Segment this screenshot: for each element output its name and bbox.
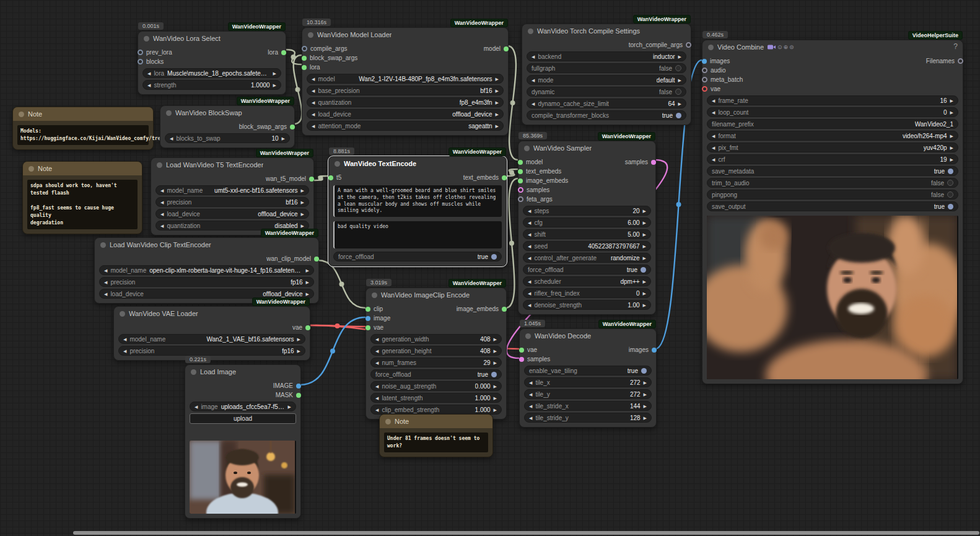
decrement-arrow-icon[interactable]: ◀ — [529, 380, 532, 385]
increment-arrow-icon[interactable]: ▶ — [644, 380, 647, 385]
collapse-dot[interactable] — [120, 311, 125, 317]
filename_prefix-widget[interactable]: filename_prefixWanVideo2_1 — [707, 119, 958, 129]
decrement-arrow-icon[interactable]: ◀ — [195, 405, 198, 409]
blocks_to_swap-widget[interactable]: ◀blocks_to_swap10▶ — [165, 133, 290, 143]
load-wanvideo-t5-textencoder[interactable]: WanVideoWrapperLoad WanVideo T5 TextEnco… — [151, 157, 314, 235]
dynamo_cache_size_limit-widget[interactable]: ◀dynamo_cache_size_limit64▶ — [527, 99, 686, 108]
decrement-arrow-icon[interactable]: ◀ — [375, 361, 378, 365]
increment-arrow-icon[interactable]: ▶ — [643, 256, 646, 260]
negative-prompt-textarea[interactable]: bad quality video — [333, 221, 502, 248]
noise_aug_strength-widget[interactable]: ◀noise_aug_strength0.000▶ — [370, 381, 502, 391]
decrement-arrow-icon[interactable]: ◀ — [529, 416, 532, 420]
output-dot[interactable] — [651, 160, 656, 165]
precision-widget[interactable]: ◀precisionfp16▶ — [118, 346, 305, 356]
increment-arrow-icon[interactable]: ▶ — [297, 349, 300, 353]
increment-arrow-icon[interactable]: ▶ — [643, 244, 646, 248]
decrement-arrow-icon[interactable]: ◀ — [528, 256, 531, 260]
increment-arrow-icon[interactable]: ▶ — [288, 405, 291, 409]
increment-arrow-icon[interactable]: ▶ — [678, 102, 681, 106]
decrement-arrow-icon[interactable]: ◀ — [712, 146, 715, 150]
load_device-widget[interactable]: ◀load_deviceoffload_device▶ — [155, 209, 309, 219]
decrement-arrow-icon[interactable]: ◀ — [712, 157, 715, 162]
node-titlebar[interactable]: WanVideo Torch Compile Settings — [522, 24, 691, 38]
collapse-dot[interactable] — [335, 161, 340, 167]
output-dot[interactable] — [296, 384, 301, 389]
decrement-arrow-icon[interactable]: ◀ — [375, 384, 378, 389]
save_metadata-toggle[interactable]: save_metadatatrue — [707, 166, 958, 176]
seed-widget[interactable]: ◀seed405223873797667▶ — [523, 241, 651, 251]
decrement-arrow-icon[interactable]: ◀ — [104, 292, 107, 296]
decrement-arrow-icon[interactable]: ◀ — [528, 291, 531, 296]
attention_mode-widget[interactable]: ◀attention_modesageattn▶ — [307, 121, 504, 131]
force_offload-toggle[interactable]: force_offloadtrue — [370, 369, 502, 379]
increment-arrow-icon[interactable]: ▶ — [494, 337, 497, 341]
tile_stride_x-widget[interactable]: ◀tile_stride_x144▶ — [524, 401, 652, 411]
collapse-dot[interactable] — [708, 45, 714, 50]
link-midpoint-dot[interactable] — [295, 87, 300, 92]
precision-widget[interactable]: ◀precisionfp16▶ — [99, 277, 314, 287]
toggle-knob[interactable] — [641, 368, 647, 374]
input-dot[interactable] — [518, 160, 523, 165]
increment-arrow-icon[interactable]: ▶ — [496, 100, 499, 105]
increment-arrow-icon[interactable]: ▶ — [306, 280, 309, 284]
control_after_generate-widget[interactable]: ◀control_after_generaterandomize▶ — [523, 253, 651, 263]
clip_embed_strength-widget[interactable]: ◀clip_embed_strength1.000▶ — [370, 405, 502, 415]
decrement-arrow-icon[interactable]: ◀ — [712, 134, 715, 138]
output-dot[interactable] — [958, 58, 963, 64]
decrement-arrow-icon[interactable]: ◀ — [532, 55, 535, 59]
load-image[interactable]: 0.221sLoad ImageIMAGEMASK◀imageuploads_c… — [185, 364, 301, 519]
link-midpoint-dot[interactable] — [509, 170, 514, 175]
increment-arrow-icon[interactable]: ▶ — [950, 146, 953, 150]
toggle-knob[interactable] — [948, 169, 953, 174]
output-dot[interactable] — [314, 257, 319, 261]
wanvideo-torch-compile-settings[interactable]: WanVideoWrapperWanVideo Torch Compile Se… — [522, 24, 691, 125]
decrement-arrow-icon[interactable]: ◀ — [375, 337, 378, 341]
toggle-knob[interactable] — [675, 65, 681, 71]
input-dot[interactable] — [302, 56, 307, 61]
base_precision-widget[interactable]: ◀base_precisionbf16▶ — [307, 86, 504, 95]
increment-arrow-icon[interactable]: ▶ — [950, 134, 953, 138]
decrement-arrow-icon[interactable]: ◀ — [160, 212, 164, 216]
link-midpoint-dot[interactable] — [676, 202, 681, 207]
link-midpoint-dot[interactable] — [339, 282, 344, 287]
dynamic-toggle[interactable]: dynamicfalse — [527, 87, 686, 97]
decrement-arrow-icon[interactable]: ◀ — [160, 188, 164, 193]
increment-arrow-icon[interactable]: ▶ — [496, 112, 499, 116]
node-titlebar[interactable]: Video Combine ⊙ ⊕ ⊜? — [702, 40, 963, 54]
node-titlebar[interactable]: Load WanVideo Clip TextEncoder — [95, 238, 318, 252]
decrement-arrow-icon[interactable]: ◀ — [532, 78, 535, 82]
help-icon[interactable]: ? — [953, 42, 958, 51]
increment-arrow-icon[interactable]: ▶ — [306, 292, 309, 296]
wanvideo-model-loader[interactable]: 10.316sWanVideoWrapperWanVideo Model Loa… — [302, 27, 509, 136]
link-midpoint-dot[interactable] — [330, 349, 335, 354]
decrement-arrow-icon[interactable]: ◀ — [528, 303, 531, 307]
input-dot[interactable] — [328, 175, 333, 180]
increment-arrow-icon[interactable]: ▶ — [301, 224, 304, 228]
frame_rate-widget[interactable]: ◀frame_rate16▶ — [707, 95, 958, 105]
tile_x-widget[interactable]: ◀tile_x272▶ — [524, 377, 652, 387]
decrement-arrow-icon[interactable]: ◀ — [375, 349, 378, 353]
riflex_freq_index-widget[interactable]: ◀riflex_freq_index0▶ — [523, 288, 651, 298]
decrement-arrow-icon[interactable]: ◀ — [375, 396, 378, 400]
decrement-arrow-icon[interactable]: ◀ — [104, 280, 107, 284]
decrement-arrow-icon[interactable]: ◀ — [123, 337, 126, 341]
output-dot[interactable] — [502, 307, 507, 312]
note-frames[interactable]: NoteUnder 81 frames doesn't seem to work… — [379, 414, 493, 457]
collapse-dot[interactable] — [528, 29, 533, 34]
node-graph-canvas[interactable]: 0.001sWanVideoWrapperWanVideo Lora Selec… — [0, 0, 980, 536]
collapse-dot[interactable] — [385, 419, 391, 424]
increment-arrow-icon[interactable]: ▶ — [678, 78, 681, 82]
increment-arrow-icon[interactable]: ▶ — [496, 89, 499, 93]
backend-widget[interactable]: ◀backendinductor▶ — [527, 51, 686, 61]
node-titlebar[interactable]: WanVideo VAE Loader — [114, 307, 310, 320]
wanvideo-imageclip-encode[interactable]: 3.019sWanVideoWrapperWanVideo ImageClip … — [365, 288, 507, 420]
force_offload-toggle[interactable]: force_offloadtrue — [523, 265, 651, 275]
node-titlebar[interactable]: Load WanVideo T5 TextEncoder — [151, 158, 313, 172]
decrement-arrow-icon[interactable]: ◀ — [147, 83, 151, 87]
wanvideo-sampler[interactable]: 85.369sWanVideoWrapperWanVideo Samplermo… — [518, 141, 656, 315]
node-titlebar[interactable]: WanVideo BlockSwap — [160, 106, 294, 120]
compile_transformer_blocks-toggle[interactable]: compile_transformer_blockstrue — [527, 110, 686, 120]
collapse-dot[interactable] — [524, 146, 530, 151]
toggle-knob[interactable] — [947, 180, 953, 186]
enable_vae_tiling-toggle[interactable]: enable_vae_tilingtrue — [524, 366, 652, 376]
